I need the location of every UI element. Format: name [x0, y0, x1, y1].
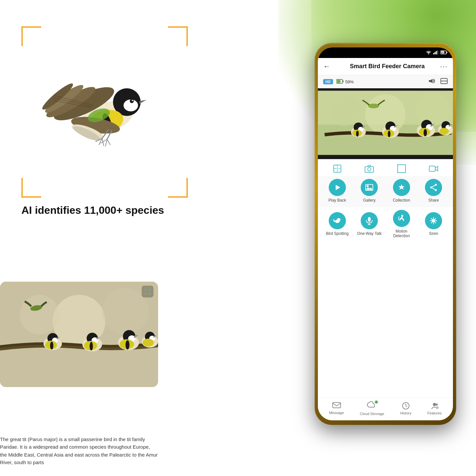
motion-icon-circle	[393, 210, 410, 227]
gallery-feature[interactable]: Gallery	[356, 179, 382, 203]
cloud-icon-wrapper	[367, 401, 377, 410]
one-way-talk-label: One-Way Talk	[357, 231, 382, 236]
svg-rect-66	[436, 51, 437, 54]
share-label: Share	[428, 198, 439, 203]
svg-point-118	[435, 189, 437, 191]
svg-point-119	[430, 186, 432, 188]
hd-badge: HD	[323, 79, 333, 84]
phone-frame: 21 ← Smart Bird Feeder Camera ··· HD	[315, 43, 456, 425]
more-options-button[interactable]: ···	[440, 63, 448, 70]
svg-rect-60	[145, 294, 147, 294]
svg-rect-73	[343, 80, 343, 82]
battery-percent: 59%	[345, 79, 354, 84]
nav-features[interactable]: Features	[427, 402, 441, 415]
flying-bird-svg	[38, 44, 176, 183]
nav-cloud[interactable]: Cloud Strorage	[360, 401, 384, 416]
svg-point-111	[368, 168, 371, 171]
svg-rect-64	[433, 53, 434, 54]
app-header: ← Smart Bird Feeder Camera ···	[318, 58, 453, 75]
svg-point-30	[102, 288, 148, 334]
svg-point-123	[337, 218, 340, 221]
toolbar-right-icons	[429, 78, 448, 86]
svg-rect-134	[333, 403, 341, 408]
nav-message[interactable]: Message	[329, 402, 344, 415]
bird-description: The great tit (Parus major) is a small p…	[0, 435, 158, 466]
battery-level-icon	[336, 79, 344, 85]
one-way-talk-feature[interactable]: One-Way Talk	[356, 212, 382, 236]
playback-feature[interactable]: Play Back	[324, 179, 350, 203]
svg-marker-75	[429, 79, 433, 83]
gallery-label: Gallery	[363, 198, 376, 203]
battery-icon: 21	[440, 50, 448, 55]
svg-point-115	[367, 185, 369, 187]
svg-point-36	[50, 342, 53, 350]
signal-icon	[433, 50, 438, 55]
camera-action[interactable]	[364, 164, 374, 174]
camera-live-view	[318, 88, 453, 159]
svg-marker-114	[336, 185, 340, 190]
nav-history[interactable]: History	[400, 402, 411, 415]
svg-point-42	[90, 342, 93, 350]
svg-rect-56	[145, 289, 146, 291]
phone-mockup: 21 ← Smart Bird Feeder Camera ··· HD	[315, 43, 456, 425]
svg-point-84	[368, 104, 379, 108]
svg-point-6	[130, 99, 134, 103]
message-nav-label: Message	[329, 411, 344, 415]
camera-toolbar: HD 59%	[318, 75, 453, 88]
svg-point-82	[330, 96, 360, 126]
svg-rect-62	[148, 294, 150, 294]
back-button[interactable]: ←	[323, 62, 330, 71]
svg-rect-67	[437, 50, 438, 54]
svg-line-120	[432, 185, 435, 187]
bird-spotting-feature[interactable]: Bird Spotting	[324, 212, 350, 236]
ai-headline: AI identifies 11,000+ species	[21, 204, 164, 216]
svg-point-95	[388, 131, 390, 138]
bird-spotting-label: Bird Spotting	[326, 231, 349, 236]
svg-point-137	[436, 404, 438, 406]
svg-rect-112	[398, 165, 406, 173]
playback-label: Play Back	[328, 198, 346, 203]
svg-point-48	[126, 340, 129, 350]
feature-row-2: Bird Spotting One-Way Talk	[318, 207, 453, 243]
flying-bird-image	[26, 33, 188, 194]
siren-feature[interactable]: Siren	[420, 212, 447, 236]
svg-line-25	[107, 139, 110, 145]
siren-icon-circle	[425, 212, 442, 229]
svg-point-89	[356, 131, 359, 137]
gallery-icon-circle	[361, 179, 378, 196]
microphone-icon-circle	[361, 212, 378, 229]
svg-point-106	[439, 128, 449, 135]
svg-rect-69	[447, 52, 448, 53]
share-feature[interactable]: Share	[420, 179, 447, 203]
svg-point-7	[132, 100, 133, 101]
record-action[interactable]	[429, 164, 438, 174]
collection-icon-circle	[393, 179, 410, 196]
volume-icon[interactable]	[429, 78, 436, 86]
collection-feature[interactable]: Collection	[388, 179, 415, 203]
status-bar: 21	[318, 47, 453, 58]
svg-rect-74	[337, 80, 340, 83]
feature-row-1: Play Back Gallery	[318, 176, 453, 207]
svg-point-63	[428, 54, 429, 55]
svg-point-53	[143, 339, 154, 347]
siren-label: Siren	[429, 231, 438, 236]
phone-screen: 21 ← Smart Bird Feeder Camera ··· HD	[318, 47, 453, 420]
svg-point-124	[339, 220, 340, 221]
svg-point-117	[435, 184, 437, 186]
svg-point-83	[416, 93, 450, 126]
wifi-icon	[426, 50, 431, 55]
bird-spotting-icon-circle	[329, 212, 346, 229]
svg-text:21: 21	[441, 52, 444, 54]
birds-branch-photo	[0, 282, 158, 387]
motion-detection-feature[interactable]: Motion Detection	[388, 210, 415, 238]
svg-point-101	[424, 129, 427, 136]
crop-action[interactable]	[332, 164, 342, 174]
battery-info: 59%	[336, 79, 354, 85]
collection-label: Collection	[393, 198, 410, 203]
playback-icon-circle	[329, 179, 346, 196]
expand-icon[interactable]	[142, 286, 154, 297]
bird-photo-card	[0, 282, 158, 387]
layout-icon[interactable]	[440, 78, 448, 86]
expand-action[interactable]	[397, 164, 406, 174]
svg-line-121	[432, 188, 435, 190]
